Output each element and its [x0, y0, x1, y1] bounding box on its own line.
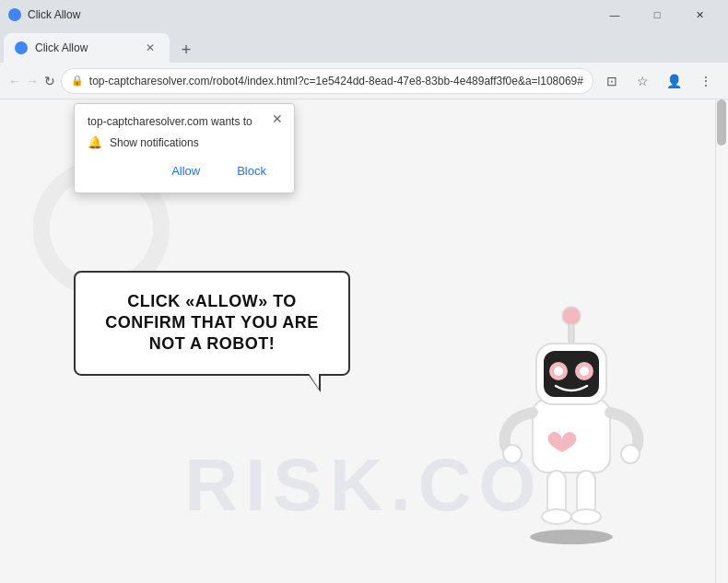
- bell-icon: 🔔: [88, 135, 102, 149]
- back-button[interactable]: ←: [7, 66, 21, 96]
- menu-button[interactable]: ⋮: [691, 66, 721, 96]
- svg-point-18: [571, 509, 601, 524]
- notification-row: 🔔 Show notifications: [88, 135, 281, 149]
- window-title: Click Allow: [28, 8, 593, 21]
- svg-point-14: [621, 445, 640, 463]
- minimize-button[interactable]: —: [593, 0, 636, 29]
- bubble-text: CLICK «ALLOW» TO CONFIRM THAT YOU ARE NO…: [105, 291, 319, 353]
- block-button[interactable]: Block: [222, 160, 281, 181]
- svg-point-17: [542, 509, 571, 524]
- browser-window: Click Allow — □ ✕ Click Allow ✕ + ← → ↻ …: [0, 0, 728, 583]
- url-text: top-captcharesolver.com/robot4/index.htm…: [89, 75, 583, 87]
- svg-point-4: [562, 307, 581, 325]
- window-controls: — □ ✕: [593, 0, 721, 29]
- svg-point-3: [530, 530, 613, 544]
- tab-title: Click Allow: [35, 41, 135, 54]
- svg-point-13: [503, 445, 522, 463]
- tab-favicon: [15, 41, 28, 54]
- cast-button[interactable]: ⊡: [597, 66, 627, 96]
- title-favicon: [7, 7, 22, 22]
- address-bar[interactable]: 🔒 top-captcharesolver.com/robot4/index.h…: [61, 68, 593, 94]
- scrollbar-thumb[interactable]: [717, 99, 726, 146]
- browser-content: risk.co CLICK «ALLOW» TO CONFIRM THAT YO…: [0, 99, 728, 583]
- popup-close-button[interactable]: ✕: [268, 110, 287, 128]
- popup-buttons: Allow Block: [88, 160, 281, 181]
- notification-text: Show notifications: [110, 136, 199, 149]
- speech-bubble: CLICK «ALLOW» TO CONFIRM THAT YOU ARE NO…: [74, 270, 350, 375]
- tab-close-button[interactable]: ✕: [142, 40, 159, 56]
- title-bar: Click Allow — □ ✕: [0, 0, 728, 29]
- svg-point-0: [8, 8, 21, 21]
- maximize-button[interactable]: □: [636, 0, 678, 29]
- close-button[interactable]: ✕: [678, 0, 721, 29]
- forward-button[interactable]: →: [25, 66, 39, 96]
- svg-point-11: [554, 367, 563, 376]
- svg-point-12: [580, 367, 589, 376]
- popup-header-text: top-captcharesolver.com wants to: [88, 115, 281, 128]
- notification-popup: ✕ top-captcharesolver.com wants to 🔔 Sho…: [74, 103, 295, 193]
- refresh-button[interactable]: ↻: [43, 66, 57, 96]
- new-tab-button[interactable]: +: [173, 37, 199, 63]
- nav-bar: ← → ↻ 🔒 top-captcharesolver.com/robot4/i…: [0, 63, 728, 99]
- tab-bar: Click Allow ✕ +: [0, 29, 728, 63]
- robot-image: [470, 288, 673, 546]
- bookmark-button[interactable]: ☆: [628, 66, 658, 96]
- allow-button[interactable]: Allow: [157, 160, 215, 181]
- scrollbar[interactable]: [715, 99, 728, 583]
- active-tab[interactable]: Click Allow ✕: [4, 33, 170, 63]
- svg-rect-5: [569, 323, 574, 344]
- lock-icon: 🔒: [71, 75, 84, 87]
- nav-right-buttons: ⊡ ☆ 👤 ⋮: [597, 66, 721, 96]
- profile-button[interactable]: 👤: [660, 66, 689, 96]
